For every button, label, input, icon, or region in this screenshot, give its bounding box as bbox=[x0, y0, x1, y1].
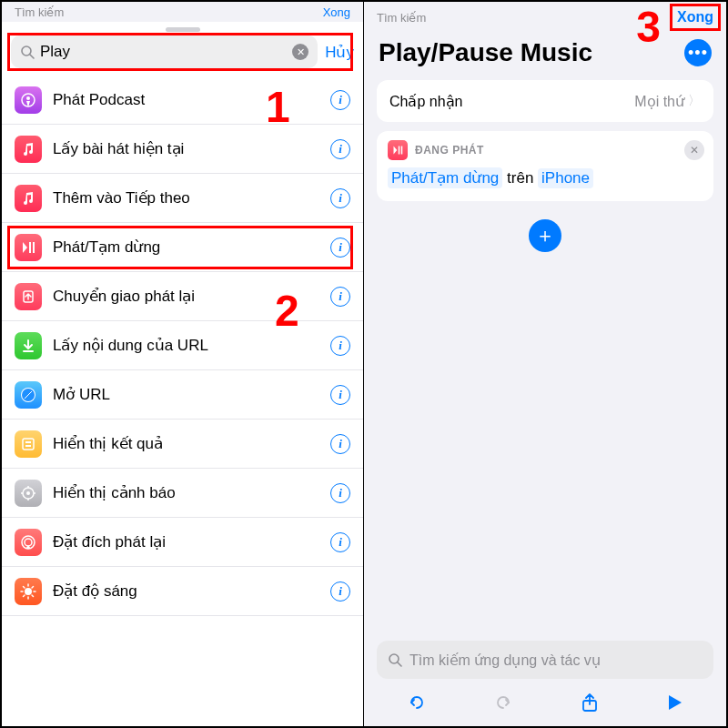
run-button[interactable] bbox=[665, 693, 683, 712]
action-label: Phát/Tạm dừng bbox=[53, 238, 319, 257]
info-icon[interactable]: i bbox=[330, 139, 350, 159]
action-header: ĐANG PHÁT bbox=[415, 144, 484, 157]
action-label: Đặt đích phát lại bbox=[53, 532, 319, 551]
svg-point-3 bbox=[26, 96, 30, 100]
action-row-show-result[interactable]: Hiển thị kết quả i bbox=[2, 420, 363, 469]
action-label: Lấy bài hát hiện tại bbox=[53, 139, 319, 158]
action-row-playback-dest[interactable]: Đặt đích phát lại i bbox=[2, 518, 363, 567]
done-button[interactable]: Xong bbox=[677, 9, 713, 25]
remove-action-icon[interactable]: ✕ bbox=[684, 140, 704, 160]
svg-point-13 bbox=[26, 491, 30, 495]
accept-value: Mọi thứ bbox=[634, 93, 684, 110]
music-note-icon bbox=[15, 185, 42, 212]
search-input[interactable] bbox=[40, 43, 287, 61]
action-body: Phát/Tạm dừng trên iPhone bbox=[388, 167, 703, 188]
search-row: ✕ Hủy bbox=[2, 35, 363, 76]
results-icon bbox=[15, 430, 42, 458]
svg-point-19 bbox=[25, 539, 32, 546]
svg-line-32 bbox=[398, 662, 401, 666]
action-row-podcast[interactable]: Phát Podcast i bbox=[2, 76, 363, 125]
shortcut-editor-panel: Tìm kiếm Xong Play/Pause Music ••• Chấp … bbox=[364, 2, 726, 726]
search-sheet: ✕ Hủy Phát Podcast i Lấy bài hát hiện tạ… bbox=[2, 22, 363, 726]
accept-card[interactable]: Chấp nhận Mọi thứ 〉 bbox=[377, 80, 713, 122]
action-row-brightness[interactable]: Đặt độ sáng i bbox=[2, 567, 363, 616]
info-icon[interactable]: i bbox=[330, 385, 350, 405]
brightness-icon bbox=[15, 578, 42, 605]
chevron-right-icon: 〉 bbox=[688, 93, 701, 109]
info-icon[interactable]: i bbox=[330, 90, 350, 110]
undo-button[interactable] bbox=[407, 693, 427, 713]
info-icon[interactable]: i bbox=[330, 434, 350, 454]
info-icon[interactable]: i bbox=[330, 532, 350, 552]
action-search-panel: Tìm kiếm Xong ✕ Hủy Phát Podcast i Lấy b bbox=[2, 2, 364, 726]
gear-icon bbox=[15, 480, 42, 507]
svg-rect-4 bbox=[29, 242, 31, 253]
svg-rect-9 bbox=[23, 439, 34, 450]
bottom-search-field[interactable]: Tìm kiếm ứng dụng và tác vụ bbox=[377, 641, 713, 679]
action-label: Lấy nội dung của URL bbox=[53, 336, 319, 355]
svg-line-26 bbox=[32, 595, 34, 597]
action-list[interactable]: Phát Podcast i Lấy bài hát hiện tại i Th… bbox=[2, 76, 363, 726]
action-connector: trên bbox=[507, 169, 533, 187]
redo-button bbox=[493, 693, 513, 713]
info-icon[interactable]: i bbox=[330, 336, 350, 356]
svg-line-27 bbox=[24, 595, 25, 597]
action-row-handoff[interactable]: Chuyển giao phát lại i bbox=[2, 272, 363, 321]
music-note-icon bbox=[15, 136, 42, 163]
play-pause-icon bbox=[388, 140, 408, 160]
svg-line-1 bbox=[30, 55, 34, 58]
param-operation[interactable]: Phát/Tạm dừng bbox=[388, 167, 502, 188]
svg-rect-10 bbox=[25, 441, 31, 443]
bottom-search-placeholder: Tìm kiếm ứng dụng và tác vụ bbox=[410, 652, 601, 669]
action-card[interactable]: ĐANG PHÁT ✕ Phát/Tạm dừng trên iPhone bbox=[377, 131, 713, 201]
action-row-show-alert[interactable]: Hiển thị cảnh báo i bbox=[2, 469, 363, 518]
info-icon[interactable]: i bbox=[330, 483, 350, 503]
action-row-play-pause[interactable]: Phát/Tạm dừng i bbox=[2, 223, 363, 272]
back-label-peek: Tìm kiếm bbox=[377, 11, 426, 25]
action-row-get-url-contents[interactable]: Lấy nội dung của URL i bbox=[2, 321, 363, 370]
add-action-button[interactable]: ＋ bbox=[529, 219, 561, 252]
bottom-toolbar bbox=[364, 684, 726, 726]
airplay-icon bbox=[15, 529, 42, 556]
background-nav-peek: Tìm kiếm Xong bbox=[2, 2, 363, 22]
action-row-add-next[interactable]: Thêm vào Tiếp theo i bbox=[2, 174, 363, 223]
action-label: Hiển thị cảnh báo bbox=[53, 483, 319, 502]
accept-label: Chấp nhận bbox=[389, 93, 634, 110]
action-label: Chuyển giao phát lại bbox=[53, 287, 319, 306]
more-button[interactable]: ••• bbox=[684, 39, 712, 66]
action-label: Hiển thị kết quả bbox=[53, 434, 319, 453]
svg-rect-29 bbox=[399, 147, 400, 155]
done-label-peek: Xong bbox=[323, 5, 350, 19]
search-icon bbox=[20, 45, 35, 59]
cancel-button[interactable]: Hủy bbox=[325, 43, 354, 62]
svg-point-20 bbox=[25, 588, 32, 595]
search-field[interactable]: ✕ bbox=[11, 35, 318, 68]
info-icon[interactable]: i bbox=[330, 287, 350, 307]
handoff-icon bbox=[15, 283, 42, 310]
back-label-peek: Tìm kiếm bbox=[15, 5, 64, 19]
podcast-icon bbox=[15, 86, 42, 114]
info-icon[interactable]: i bbox=[330, 581, 350, 602]
info-icon[interactable]: i bbox=[330, 238, 350, 258]
action-row-open-url[interactable]: Mở URL i bbox=[2, 370, 363, 420]
play-pause-icon bbox=[15, 234, 42, 261]
info-icon[interactable]: i bbox=[330, 188, 350, 208]
action-label: Đặt độ sáng bbox=[53, 581, 319, 601]
share-button[interactable] bbox=[581, 693, 599, 713]
clear-search-icon[interactable]: ✕ bbox=[292, 44, 308, 60]
safari-icon bbox=[15, 381, 42, 409]
svg-rect-30 bbox=[401, 147, 403, 155]
action-label: Phát Podcast bbox=[53, 91, 319, 109]
action-row-current-song[interactable]: Lấy bài hát hiện tại i bbox=[2, 125, 363, 174]
download-icon bbox=[15, 332, 42, 359]
svg-rect-5 bbox=[33, 242, 35, 253]
shortcut-title[interactable]: Play/Pause Music bbox=[379, 38, 675, 67]
svg-line-25 bbox=[24, 586, 25, 588]
svg-rect-11 bbox=[25, 445, 31, 447]
action-label: Thêm vào Tiếp theo bbox=[53, 188, 319, 207]
title-row: Play/Pause Music ••• bbox=[364, 29, 726, 80]
nav-bar: Tìm kiếm Xong bbox=[364, 2, 726, 29]
sheet-grabber[interactable] bbox=[166, 27, 200, 32]
param-device[interactable]: iPhone bbox=[538, 168, 593, 188]
action-label: Mở URL bbox=[53, 385, 319, 404]
